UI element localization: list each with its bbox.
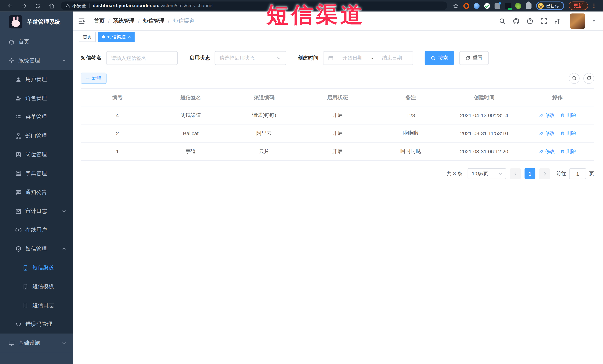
reset-button[interactable]: 重置 [459,51,489,65]
github-icon[interactable] [512,17,520,24]
sidebar-item-dictionary[interactable]: 字典管理 [0,164,73,183]
delete-link[interactable]: 删除 [560,148,576,155]
breadcrumb-sms[interactable]: 短信管理 [143,17,164,24]
tab-sms-channel[interactable]: 短信渠道 × [98,32,135,42]
close-tab-icon[interactable]: × [128,34,131,39]
sidebar-item-roles[interactable]: 角色管理 [0,89,73,108]
status-select[interactable]: 请选择启用状态 [215,51,286,65]
goto-page-input[interactable] [569,168,586,179]
app-logo-row[interactable]: 芋道管理系统 [0,11,73,32]
security-indicator[interactable]: 不安全 [65,2,86,9]
search-button[interactable]: 搜索 [425,51,454,65]
status-value: 开启 [301,130,374,137]
search-form: 短信签名 启用状态 请选择启用状态 创建时间 开始日期 - 结束日期 [81,51,594,65]
page-content: 短信签名 启用状态 请选择启用状态 创建时间 开始日期 - 结束日期 [73,43,603,364]
edit-link[interactable]: 修改 [539,148,555,155]
user-icon [15,76,22,82]
browser-menu-icon[interactable] [593,3,594,8]
sidebar-item-system[interactable]: 系统管理 [0,51,73,70]
add-button[interactable]: 新增 [81,73,106,84]
sidebar-item-sms[interactable]: 短信管理 [0,239,73,258]
extension-icon[interactable] [515,3,521,9]
sidebar-item-infrastructure[interactable]: 基础设施 [0,334,73,353]
page-size-select[interactable]: 10条/页 [468,168,506,179]
table-row: 1 芋道 云片 开启 呵呵呵哒 2021-03-31 06:12:20 修改 删… [81,143,594,161]
browser-profile-badge[interactable]: 已暂停 [536,1,564,10]
chevron-up-icon [62,247,66,251]
calendar-icon [328,55,334,61]
sidebar-item-sms-log[interactable]: 短信日志 [0,296,73,315]
phone-icon [22,283,28,289]
sidebar-item-sms-channel[interactable]: 短信渠道 [0,258,73,277]
font-size-icon[interactable] [554,17,561,24]
page-number-1[interactable]: 1 [524,168,535,179]
refresh-button[interactable] [583,73,594,84]
signature-input[interactable] [106,51,178,65]
profile-emoji-icon [538,3,544,9]
reload-icon[interactable] [35,3,41,9]
edit-link[interactable]: 修改 [539,112,555,119]
status-label: 启用状态 [189,55,210,61]
hamburger-icon[interactable] [78,17,85,25]
sidebar-item-online-users[interactable]: 在线用户 [0,221,73,239]
fullscreen-icon[interactable] [540,17,547,24]
sidebar-item-audit-log[interactable]: 审计日志 [0,202,73,221]
browser-update-button[interactable]: 更新 [569,1,588,10]
sidebar-item-home[interactable]: 首页 [0,32,73,51]
extension-icon[interactable] [484,3,490,9]
sms-channel-table: 编号 短信签名 渠道编码 启用状态 备注 创建时间 操作 4 测试渠道 调试(钉… [81,88,594,161]
caret-down-icon[interactable] [592,19,596,23]
sidebar-item-posts[interactable]: 岗位管理 [0,145,73,164]
pagination: 共 3 条 10条/页 1 前往 页 [81,168,594,179]
gear-icon [9,57,15,64]
address-bar[interactable]: 不安全 dashboard.yudao.iocoder.cn/system/sm… [61,1,447,10]
date-range-picker[interactable]: 开始日期 - 结束日期 [323,51,413,65]
sidebar-item-users[interactable]: 用户管理 [0,70,73,89]
start-date-placeholder: 开始日期 [336,55,368,61]
create-time-label: 创建时间 [298,55,318,61]
dashboard-icon [9,39,15,45]
signature-label: 短信签名 [81,55,102,61]
delete-link[interactable]: 删除 [560,112,576,119]
page-url: dashboard.yudao.iocoder.cn/system/sms/sm… [93,3,213,9]
search-icon[interactable] [498,17,506,24]
table-header-row: 编号 短信签名 渠道编码 启用状态 备注 创建时间 操作 [81,89,594,106]
sidebar-item-departments[interactable]: 部门管理 [0,126,73,145]
menu-list-icon [15,114,22,120]
bookmark-star-icon[interactable] [453,3,459,9]
breadcrumb-home[interactable]: 首页 [94,17,105,24]
screen: 不安全 dashboard.yudao.iocoder.cn/system/sm… [0,0,603,364]
announcement-icon [15,189,22,195]
active-dot-icon [102,35,105,39]
sidebar-item-error-codes[interactable]: 错误码管理 [0,315,73,334]
sidebar-item-menus[interactable]: 菜单管理 [0,108,73,126]
help-icon[interactable] [526,17,533,24]
code-icon [15,321,22,327]
extension-icon[interactable] [474,3,480,9]
toggle-search-button[interactable] [569,73,580,84]
sidebar-item-sms-template[interactable]: 短信模板 [0,277,73,296]
prev-page-button[interactable] [510,168,521,179]
extension-icon[interactable] [495,3,500,9]
chevron-down-icon [277,56,281,60]
annotation-title: 短信渠道 [267,0,365,30]
edit-link[interactable]: 修改 [539,130,555,136]
delete-link[interactable]: 删除 [560,130,576,136]
extension-icon[interactable] [464,3,469,9]
app-title: 芋道管理系统 [27,18,60,25]
breadcrumb-system[interactable]: 系统管理 [113,17,135,24]
status-value: 开启 [301,112,374,119]
extensions-menu-icon[interactable] [526,3,532,9]
avatar[interactable] [570,13,585,29]
dictionary-icon [15,170,22,176]
extension-icon[interactable] [505,3,511,9]
chevron-down-icon [62,209,66,213]
forward-icon[interactable] [21,3,27,9]
next-page-button[interactable] [539,168,550,179]
sidebar-item-announcements[interactable]: 通知公告 [0,183,73,202]
tab-home[interactable]: 首页 [79,32,96,42]
browser-nav-buttons [4,3,57,9]
home-icon[interactable] [48,3,55,9]
chevron-up-icon [62,58,66,63]
back-icon[interactable] [7,3,13,9]
